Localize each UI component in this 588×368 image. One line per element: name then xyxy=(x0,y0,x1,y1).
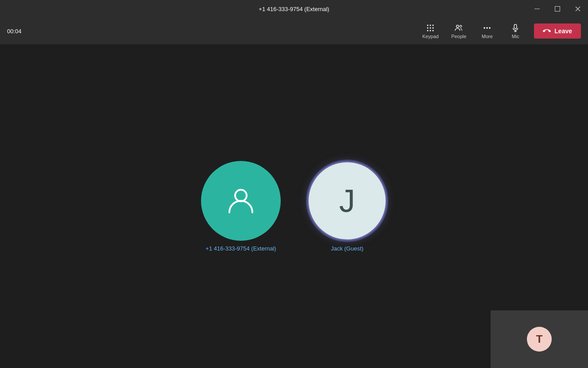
toolbar: 00:04 Keypad xyxy=(0,18,588,44)
more-label: More xyxy=(482,34,493,39)
people-label: People xyxy=(451,34,466,39)
call-title: +1 416-333-9754 (External) xyxy=(259,6,329,12)
svg-point-12 xyxy=(433,30,434,31)
svg-point-10 xyxy=(427,30,429,31)
keypad-button[interactable]: Keypad xyxy=(417,19,444,43)
window-controls xyxy=(527,0,588,18)
leave-phone-icon xyxy=(543,27,551,35)
minimize-button[interactable] xyxy=(527,0,547,18)
close-button[interactable] xyxy=(568,0,588,18)
maximize-button[interactable] xyxy=(547,0,568,18)
person-icon xyxy=(223,183,259,219)
more-button[interactable]: More xyxy=(474,19,500,43)
svg-point-21 xyxy=(235,190,247,201)
svg-point-15 xyxy=(484,27,485,29)
more-icon xyxy=(483,23,491,32)
svg-point-13 xyxy=(456,25,459,27)
self-avatar: T xyxy=(527,327,552,352)
call-area: +1 416-333-9754 (External) J Jack (Guest… xyxy=(0,44,588,368)
svg-point-7 xyxy=(427,27,429,28)
self-initial: T xyxy=(536,333,543,345)
keypad-label: Keypad xyxy=(422,34,439,39)
svg-rect-18 xyxy=(514,24,517,28)
mic-label: Mic xyxy=(512,34,519,39)
svg-point-14 xyxy=(460,25,462,27)
title-bar: +1 416-333-9754 (External) xyxy=(0,0,588,18)
participant-jack-name: Jack (Guest) xyxy=(331,245,364,252)
people-icon xyxy=(454,23,463,32)
mic-button[interactable]: Mic xyxy=(502,19,529,43)
leave-label: Leave xyxy=(554,27,572,35)
keypad-icon xyxy=(426,23,435,32)
svg-point-16 xyxy=(486,27,488,29)
avatar-external xyxy=(201,161,281,241)
svg-point-8 xyxy=(430,27,431,28)
participant-external-name: +1 416-333-9754 (External) xyxy=(205,245,276,252)
svg-rect-1 xyxy=(555,7,560,12)
svg-point-9 xyxy=(433,27,434,28)
svg-point-4 xyxy=(427,24,429,26)
participants-container: +1 416-333-9754 (External) J Jack (Guest… xyxy=(201,161,387,252)
call-timer: 00:04 xyxy=(7,28,22,35)
self-view: T xyxy=(491,310,588,368)
svg-point-5 xyxy=(430,24,431,26)
svg-rect-0 xyxy=(534,9,540,9)
svg-point-17 xyxy=(489,27,491,29)
mic-icon xyxy=(511,23,520,32)
svg-point-6 xyxy=(433,24,434,26)
participant-external: +1 416-333-9754 (External) xyxy=(201,161,281,252)
toolbar-actions: Keypad People More xyxy=(417,18,581,44)
people-button[interactable]: People xyxy=(445,19,472,43)
svg-point-11 xyxy=(430,30,431,31)
avatar-jack-initial: J xyxy=(339,183,355,219)
participant-jack: J Jack (Guest) xyxy=(307,161,387,252)
leave-button[interactable]: Leave xyxy=(534,23,581,39)
avatar-jack: J xyxy=(307,161,387,241)
